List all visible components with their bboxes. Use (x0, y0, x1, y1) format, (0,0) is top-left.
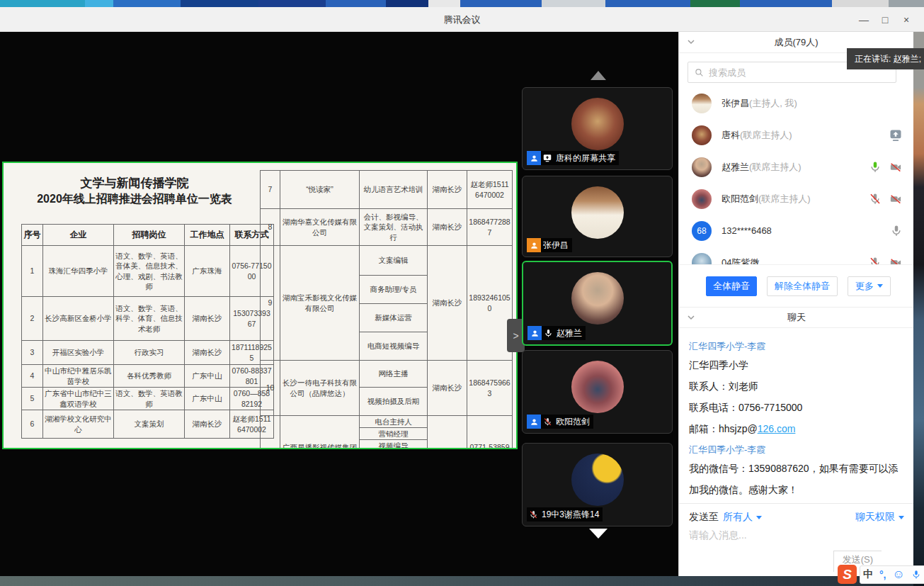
taskbar-app-icon[interactable] (605, 0, 690, 7)
table-row: 5广东省中山市纪中三鑫双语学校 语文、数学、英语教师广东中山 0760—8588… (22, 388, 274, 410)
scroll-down-arrow[interactable] (589, 529, 608, 539)
avatar (571, 272, 624, 325)
chat-sender: 汇华四季小学-李霞 (689, 340, 904, 353)
taskbar-app-icon[interactable] (832, 0, 889, 7)
ime-punctuation[interactable]: °, (879, 569, 886, 580)
avatar (571, 186, 624, 239)
table-row: 6湖湘学校文化研究中心 文案策划湖南长沙 赵老师15116470002 (22, 410, 274, 439)
avatar (692, 253, 712, 265)
participant-name: 张伊昌 (543, 240, 569, 252)
taskbar-app-icon[interactable] (889, 0, 924, 7)
speaking-tooltip: 正在讲话: 赵雅兰; (847, 48, 924, 69)
taskbar-app-icon[interactable] (428, 0, 460, 7)
participant-name: 赵雅兰 (557, 327, 582, 339)
emoji-icon[interactable]: ☺ (893, 568, 905, 582)
avatar (692, 157, 712, 177)
member-list: 张伊昌 (主持人, 我) 唐科 (联席主持人) 赵雅兰 (联席主持人) 欧阳范剑… (679, 87, 914, 264)
ime-mode-chinese[interactable]: 中 (863, 568, 873, 581)
video-tile[interactable]: 19中3谢燕锋14 (522, 443, 673, 526)
taskbar-app-icon[interactable] (0, 0, 85, 7)
taskbar-app-icon[interactable] (386, 0, 428, 7)
chat-message: 汇华四季小学-李霞 我的微信号：13590887620，如果有需要可以添加我的微… (689, 444, 904, 500)
email-link[interactable]: 126.com (758, 423, 796, 434)
avatar (571, 98, 624, 150)
ime-toolbar: S 中 °, ☺ (838, 565, 924, 584)
table-row: 4中山市纪中雅居乐凯茵学校 各科优秀教师广东中山 0760-88337801 (22, 365, 274, 388)
taskbar-app-icon[interactable] (113, 0, 181, 7)
member-row[interactable]: 68 132****6468 (679, 215, 914, 247)
chat-messages: 汇华四季小学-李霞 汇华四季小学 联系人：刘老师 联系电话：0756-77150… (679, 329, 914, 503)
camera-off-icon[interactable] (889, 193, 903, 205)
screen-share-icon (541, 152, 554, 164)
video-tile-speaking[interactable]: 赵雅兰 (522, 261, 673, 346)
avatar (571, 361, 624, 413)
taskbar-app-icon[interactable] (460, 0, 542, 7)
recruit-table-left: 序号企业 招聘岗位工作地点 联系方式 1珠海汇华四季小学 语文、数学、英语、音体… (21, 224, 274, 439)
taskbar-app-icon[interactable] (740, 0, 832, 7)
mic-on-icon (542, 327, 554, 339)
taskbar-app-icon[interactable] (258, 0, 326, 7)
caret-down-icon (899, 516, 904, 519)
member-row[interactable]: 唐科 (联席主持人) (679, 119, 914, 151)
more-button[interactable]: 更多 (848, 276, 891, 296)
avatar (692, 94, 712, 113)
member-row[interactable]: 赵雅兰 (联席主持人) (679, 151, 914, 183)
screen-share-icon (889, 128, 903, 142)
member-actions: 全体静音 解除全体静音 更多 (679, 264, 914, 307)
chevron-down-icon[interactable] (688, 315, 695, 320)
member-row[interactable]: 欧阳范剑 (联席主持人) (679, 183, 914, 215)
table-row: 10长沙一待电子科技有限公司（品牌悠达） 网络主播湖南长沙 1868475966… (261, 361, 513, 388)
desktop-wallpaper-strip (0, 576, 924, 586)
person-icon (527, 238, 541, 252)
taskbar-app-icon[interactable] (181, 0, 258, 7)
meeting-sidebar: 成员(79人) 张伊昌 (主持人, 我) 唐科 (联席主持人) 赵雅兰 (联席主… (678, 32, 913, 576)
table-row: 7“悦读家” 幼儿语言艺术培训湖南长沙 赵老师15116470002 (261, 171, 513, 209)
video-tile[interactable]: 唐科的屏幕共享 (522, 87, 673, 170)
camera-off-icon[interactable] (889, 257, 903, 265)
desktop-taskbar (0, 0, 924, 7)
participant-name: 19中3谢燕锋14 (542, 509, 599, 521)
shared-document: 文学与新闻传播学院 2020年线上招聘推进会招聘单位一览表 序号企业 招聘岗位工… (2, 162, 518, 449)
taskbar-app-icon[interactable] (326, 0, 386, 7)
unmute-all-button[interactable]: 解除全体静音 (767, 276, 838, 296)
participant-filmstrip: 唐科的屏幕共享 张伊昌 赵雅兰 (522, 32, 673, 576)
scroll-up-arrow[interactable] (591, 71, 606, 80)
chevron-down-icon[interactable] (688, 39, 695, 45)
member-row[interactable]: 张伊昌 (主持人, 我) (679, 87, 914, 119)
participant-name: 欧阳范剑 (556, 416, 590, 428)
caret-down-icon (756, 516, 762, 519)
minimize-button[interactable]: — (853, 10, 874, 30)
voice-input-icon[interactable] (911, 569, 921, 580)
message-input[interactable] (689, 529, 901, 541)
member-row[interactable]: 04陈紫微 (679, 247, 914, 264)
mic-on-icon[interactable] (890, 225, 903, 237)
chat-sender: 汇华四季小学-李霞 (689, 444, 904, 456)
mute-all-button[interactable]: 全体静音 (706, 276, 757, 296)
chat-message: 汇华四季小学-李霞 汇华四季小学 联系人：刘老师 联系电话：0756-77150… (689, 340, 904, 439)
document-title: 文学与新闻传播学院 2020年线上招聘推进会招聘单位一览表 (25, 176, 244, 207)
search-icon (695, 68, 704, 77)
taskbar-app-icon[interactable] (690, 0, 740, 7)
mic-muted-icon[interactable] (869, 193, 882, 205)
mic-muted-icon[interactable] (869, 257, 882, 265)
table-row: 1珠海汇华四季小学 语文、数学、英语、音体美、信息技术、心理、戏剧、书法教师广东… (22, 246, 274, 297)
person-icon (527, 151, 541, 165)
video-tile[interactable]: 张伊昌 (522, 176, 673, 257)
mic-muted-icon (527, 508, 540, 521)
sogou-ime-logo[interactable]: S (838, 565, 857, 584)
send-to-dropdown[interactable]: 所有人 (723, 511, 762, 524)
table-row: 8湖南华嘉文化传媒有限公司 会计、影视编导、文案策划、活动执行湖南长沙 1868… (261, 209, 513, 246)
caret-down-icon (877, 284, 883, 288)
avatar: 68 (692, 221, 712, 241)
maximize-button[interactable]: □ (874, 10, 896, 30)
camera-off-icon[interactable] (889, 161, 903, 174)
avatar (692, 125, 712, 145)
chat-permission-dropdown[interactable]: 聊天权限 (855, 511, 904, 524)
close-button[interactable]: × (896, 10, 917, 30)
table-row: 9湖南宝禾影视文化传媒有限公司 文案编辑湖南长沙 18932461050 (261, 246, 513, 276)
taskbar-app-icon[interactable] (85, 0, 113, 7)
taskbar-app-icon[interactable] (542, 0, 605, 7)
video-tile[interactable]: 欧阳范剑 (522, 350, 673, 434)
participant-name: 唐科的屏幕共享 (556, 152, 615, 164)
mic-active-icon[interactable] (869, 161, 882, 174)
